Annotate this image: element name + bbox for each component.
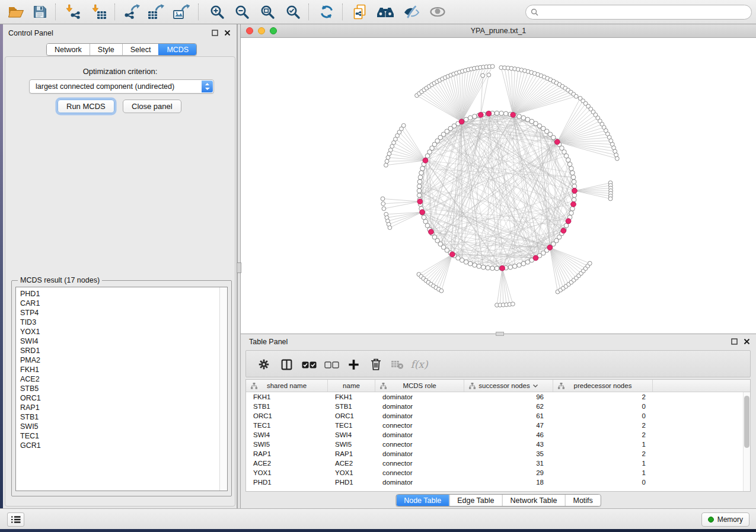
search-input[interactable] xyxy=(541,7,747,18)
tab-motifs[interactable]: Motifs xyxy=(564,495,600,506)
panel-splitter-handle[interactable] xyxy=(237,262,241,273)
table-settings-icon[interactable] xyxy=(254,355,273,373)
save-session-icon[interactable] xyxy=(28,2,51,22)
tab-node-table[interactable]: Node Table xyxy=(396,495,449,506)
close-panel-button[interactable]: Close panel xyxy=(123,100,181,113)
table-cell: 0 xyxy=(553,412,653,419)
window-close-button[interactable] xyxy=(246,27,253,34)
hide-selected-icon[interactable] xyxy=(400,2,423,22)
table-row[interactable]: YOX1YOX1connector291 xyxy=(246,468,750,477)
zoom-selected-icon[interactable] xyxy=(282,2,304,22)
window-minimize-button[interactable] xyxy=(258,27,265,34)
table-row[interactable]: RAP1RAP1dominator352 xyxy=(246,449,750,459)
clone-network-icon[interactable] xyxy=(349,2,371,22)
create-column-icon[interactable] xyxy=(344,355,363,373)
mcds-result-item[interactable]: ACE2 xyxy=(20,374,227,384)
table-row[interactable]: PHD1PHD1dominator180 xyxy=(246,477,750,487)
mcds-result-item[interactable]: PMA2 xyxy=(20,355,227,365)
table-row[interactable]: ACE2ACE2connector311 xyxy=(246,459,750,468)
export-network-icon[interactable] xyxy=(121,2,143,22)
export-image-icon[interactable] xyxy=(170,2,193,22)
table-row[interactable]: STB1STB1dominator620 xyxy=(246,402,750,411)
table-cell: 31 xyxy=(464,460,553,467)
tab-style[interactable]: Style xyxy=(90,44,122,55)
mcds-result-item[interactable]: ORC1 xyxy=(20,393,227,403)
column-header-MCDS-role[interactable]: MCDS role xyxy=(375,380,464,392)
table-scrollbar[interactable] xyxy=(743,392,750,491)
float-panel-icon[interactable] xyxy=(212,30,218,36)
table-panel-title: Table Panel xyxy=(249,338,288,346)
tab-mcds[interactable]: MCDS xyxy=(158,44,196,55)
mcds-result-item[interactable]: FKH1 xyxy=(20,365,227,374)
mcds-result-item[interactable]: STP4 xyxy=(20,308,227,318)
optimization-criterion-select[interactable]: largest connected component (undirected) xyxy=(29,79,214,94)
mcds-result-item[interactable]: PHD1 xyxy=(20,289,227,299)
search-network-icon[interactable] xyxy=(374,2,397,22)
close-panel-icon[interactable] xyxy=(224,30,231,36)
window-maximize-button[interactable] xyxy=(270,27,277,34)
column-header-predecessor-nodes[interactable]: predecessor nodes xyxy=(553,380,653,392)
horizontal-splitter-handle[interactable] xyxy=(496,332,504,336)
table-row[interactable]: SWI5SWI5connector431 xyxy=(246,440,750,449)
function-builder-icon[interactable]: f(x) xyxy=(410,355,429,373)
table-cell: SWI5 xyxy=(246,441,328,448)
delete-table-icon[interactable] xyxy=(388,355,407,373)
mcds-result-item[interactable]: SWI5 xyxy=(20,422,227,431)
zoom-out-icon[interactable] xyxy=(231,2,253,22)
mcds-result-item[interactable]: CAR1 xyxy=(20,299,227,308)
zoom-in-icon[interactable] xyxy=(206,2,228,22)
import-network-icon[interactable] xyxy=(62,2,84,22)
tab-select[interactable]: Select xyxy=(122,44,159,55)
node-table: shared namenameMCDS rolesuccessor nodesp… xyxy=(245,379,751,492)
mcds-result-item[interactable]: GCR1 xyxy=(20,441,227,450)
network-canvas[interactable] xyxy=(241,38,756,334)
open-file-icon[interactable] xyxy=(5,2,27,22)
mcds-result-item[interactable]: YOX1 xyxy=(20,327,227,336)
column-header-shared-name[interactable]: shared name xyxy=(246,380,328,392)
mcds-result-item[interactable]: SWI4 xyxy=(20,336,227,346)
mcds-result-item[interactable]: STB1 xyxy=(20,412,227,422)
float-panel-icon[interactable] xyxy=(731,338,738,345)
table-row[interactable]: FKH1FKH1dominator962 xyxy=(246,392,750,402)
mcds-result-item[interactable]: TEC1 xyxy=(20,431,227,441)
table-row[interactable]: SWI4SWI4dominator462 xyxy=(246,430,750,440)
select-all-icon[interactable] xyxy=(299,355,318,373)
mcds-result-item[interactable]: STB5 xyxy=(20,384,227,393)
table-cell: 96 xyxy=(464,393,553,400)
column-label: successor nodes xyxy=(479,382,529,389)
table-row[interactable]: ORC1ORC1dominator610 xyxy=(246,411,750,421)
delete-column-icon[interactable] xyxy=(366,355,385,373)
show-all-icon[interactable] xyxy=(426,2,449,22)
mcds-result-list[interactable]: PHD1CAR1STP4TID3YOX1SWI4SRD1PMA2FKH1ACE2… xyxy=(15,287,228,491)
toolbar-separator xyxy=(114,4,115,20)
network-window-titlebar[interactable]: YPA_prune.txt_1 xyxy=(241,24,756,38)
deselect-all-icon[interactable] xyxy=(322,355,341,373)
list-scrollbar[interactable] xyxy=(219,287,227,491)
tab-edge-table[interactable]: Edge Table xyxy=(449,495,502,506)
mcds-result-item[interactable]: RAP1 xyxy=(20,403,227,412)
tab-network-table[interactable]: Network Table xyxy=(502,495,565,506)
close-panel-icon[interactable] xyxy=(744,338,750,345)
mcds-result-item[interactable]: SRD1 xyxy=(20,346,227,355)
table-cell: ACE2 xyxy=(246,460,328,467)
export-table-icon[interactable] xyxy=(145,2,167,22)
mcds-result-item[interactable]: TID3 xyxy=(20,318,227,327)
zoom-fit-icon[interactable] xyxy=(256,2,279,22)
column-header-successor-nodes[interactable]: successor nodes xyxy=(464,380,553,392)
apply-layout-icon[interactable] xyxy=(315,2,338,22)
search-box[interactable] xyxy=(525,5,752,20)
table-scrollbar-thumb[interactable] xyxy=(744,396,749,448)
graph-fan-nodes[interactable] xyxy=(381,65,619,307)
table-cell: SWI5 xyxy=(328,441,375,448)
table-cell: 1 xyxy=(553,460,653,467)
table-tab-bar: Node TableEdge TableNetwork TableMotifs xyxy=(395,494,601,507)
show-columns-icon[interactable] xyxy=(277,355,296,373)
import-table-icon[interactable] xyxy=(88,2,110,22)
table-row[interactable]: TEC1TEC1connector472 xyxy=(246,421,750,430)
run-mcds-button[interactable]: Run MCDS xyxy=(58,100,114,113)
tab-network[interactable]: Network xyxy=(47,44,90,55)
toolbar-separator xyxy=(198,4,199,20)
memory-button[interactable]: Memory xyxy=(701,512,749,527)
column-header-name[interactable]: name xyxy=(328,380,375,392)
task-history-icon[interactable] xyxy=(7,512,24,527)
